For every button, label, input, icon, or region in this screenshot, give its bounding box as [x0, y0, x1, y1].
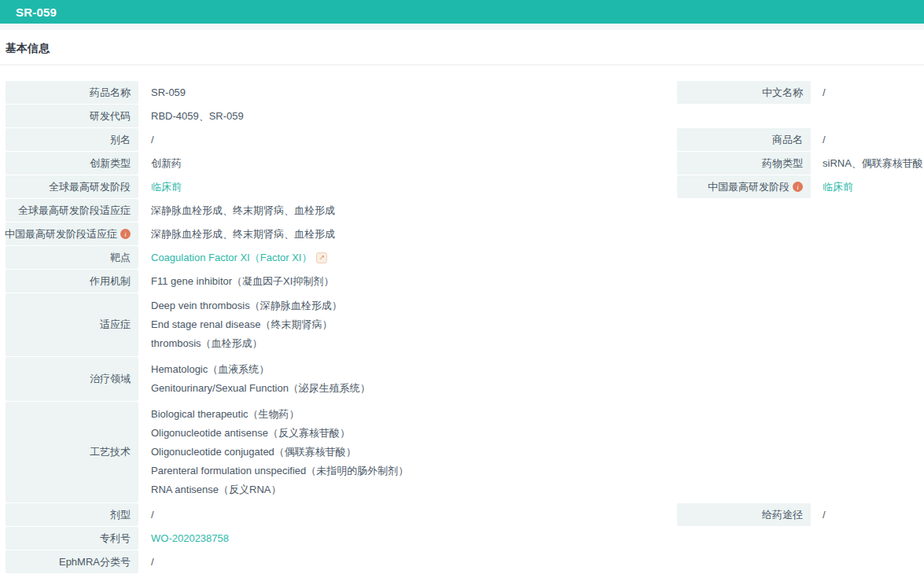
page-header: SR-059 — [0, 0, 924, 24]
field-value-line: thrombosis（血栓形成） — [151, 334, 263, 353]
field-label: 中国最高研发阶段适应症 — [5, 227, 117, 241]
field-label: 全球最高研发阶段适应症 — [18, 204, 131, 218]
field-label-cell: 中文名称 — [677, 81, 811, 104]
table-row: 全球最高研发阶段临床前中国最高研发阶段i临床前 — [6, 175, 924, 198]
field-label: 商品名 — [772, 133, 803, 147]
field-value-cell: Deep vein thrombosis（深静脉血栓形成）End stage r… — [138, 293, 924, 356]
field-label-cell: 作用机制 — [6, 270, 138, 293]
table-row: 创新类型创新药药物类型siRNA、偶联寡核苷酸 — [6, 152, 924, 175]
field-value-link[interactable]: WO-2020238758 — [151, 532, 229, 544]
table-row: 剂型/给药途径/ — [6, 503, 924, 526]
field-label: 工艺技术 — [90, 445, 131, 459]
field-value-line: Biological therapeutic（生物药） — [151, 405, 300, 424]
table-row: EphMRA分类号/ — [6, 550, 924, 573]
table-row: 工艺技术Biological therapeutic（生物药）Oligonucl… — [6, 402, 924, 502]
field-label-cell: 剂型 — [6, 503, 138, 526]
field-label: 研发代码 — [90, 109, 131, 123]
field-label-cell: 创新类型 — [6, 152, 138, 175]
field-label: 剂型 — [110, 508, 131, 522]
field-value-line: Oligonucleotide conjugated（偶联寡核苷酸） — [151, 443, 356, 462]
field-label-cell: 药物类型 — [677, 152, 811, 175]
field-label-cell: 商品名 — [677, 128, 811, 151]
field-value: / — [151, 509, 154, 521]
table-row: 全球最高研发阶段适应症深静脉血栓形成、终末期肾病、血栓形成 — [6, 199, 924, 222]
field-value-cell: 深静脉血栓形成、终末期肾病、血栓形成 — [138, 199, 924, 222]
field-value: / — [151, 556, 154, 568]
table-row: 专利号WO-2020238758 — [6, 527, 924, 550]
field-label: 中文名称 — [762, 86, 803, 100]
field-value-cell: Coagulation Factor XI（Factor XI）↗ — [138, 246, 924, 269]
field-value-cell: 临床前 — [811, 175, 924, 198]
field-value-cell: WO-2020238758 — [138, 527, 924, 550]
field-label-cell: 靶点 — [6, 246, 138, 269]
field-label-cell: 中国最高研发阶段i — [677, 175, 811, 198]
field-label-cell: 给药途径 — [677, 503, 811, 526]
field-value: 深静脉血栓形成、终末期肾病、血栓形成 — [151, 204, 335, 218]
table-row: 研发代码RBD-4059、SR-059 — [6, 105, 924, 127]
field-label-cell: 全球最高研发阶段 — [6, 175, 138, 198]
field-value-cell: 创新药 — [138, 152, 677, 175]
table-row: 适应症Deep vein thrombosis（深静脉血栓形成）End stag… — [6, 293, 924, 356]
field-value-line: End stage renal disease（终末期肾病） — [151, 315, 332, 334]
field-label-cell: 药品名称 — [6, 81, 138, 104]
field-value: siRNA、偶联寡核苷酸 — [823, 156, 923, 171]
field-value-cell: F11 gene inhibitor（凝血因子XI抑制剂） — [138, 270, 924, 293]
field-value-cell: SR-059 — [138, 81, 677, 104]
field-label: 创新类型 — [90, 156, 131, 171]
table-row: 中国最高研发阶段适应症i深静脉血栓形成、终末期肾病、血栓形成 — [6, 223, 924, 245]
info-icon[interactable]: i — [793, 182, 803, 192]
field-label-cell: 工艺技术 — [6, 402, 138, 502]
section-divider — [0, 64, 924, 65]
field-label-cell: 适应症 — [6, 293, 138, 356]
basic-info-table: 药品名称SR-059中文名称/研发代码RBD-4059、SR-059别名/商品名… — [6, 81, 924, 573]
field-label-cell: 全球最高研发阶段适应症 — [6, 199, 138, 222]
field-value-cell: / — [138, 503, 677, 526]
field-value: / — [823, 134, 826, 145]
field-label: 给药途径 — [762, 508, 803, 522]
field-value-cell: 临床前 — [138, 175, 677, 198]
field-label-cell: 研发代码 — [6, 105, 138, 127]
field-value-line: Deep vein thrombosis（深静脉血栓形成） — [151, 296, 342, 315]
field-label: 药物类型 — [762, 156, 803, 171]
field-value: 创新药 — [151, 156, 182, 171]
table-row: 药品名称SR-059中文名称/ — [6, 81, 924, 104]
field-value-cell: Hematologic（血液系统）Genitourinary/Sexual Fu… — [138, 357, 924, 401]
field-value-cell: / — [811, 503, 924, 526]
field-value-line: Hematologic（血液系统） — [151, 360, 269, 379]
field-value: F11 gene inhibitor（凝血因子XI抑制剂） — [151, 274, 333, 289]
field-label-cell: 别名 — [6, 128, 138, 151]
page-title: SR-059 — [16, 6, 57, 19]
field-label-cell: 专利号 — [6, 527, 138, 550]
field-value-cell: / — [811, 128, 924, 151]
field-label: 靶点 — [110, 251, 131, 265]
field-value-cell: / — [138, 550, 924, 573]
field-value: RBD-4059、SR-059 — [151, 109, 244, 123]
field-value-link[interactable]: 临床前 — [823, 180, 853, 194]
section-title-basic-info: 基本信息 — [6, 42, 918, 56]
field-value: 深静脉血栓形成、终末期肾病、血栓形成 — [151, 227, 335, 241]
external-link-icon[interactable]: ↗ — [316, 252, 327, 263]
field-value-line: RNA antisense（反义RNA） — [151, 480, 281, 499]
field-value-cell: RBD-4059、SR-059 — [138, 105, 924, 127]
field-value-line: Oligonucleotide antisense（反义寡核苷酸） — [151, 424, 350, 443]
field-label: 别名 — [110, 133, 131, 147]
info-icon[interactable]: i — [120, 229, 131, 239]
field-value-cell: / — [138, 128, 677, 151]
field-label: 全球最高研发阶段 — [49, 180, 131, 194]
field-value-link[interactable]: 临床前 — [151, 180, 182, 194]
table-row: 治疗领域Hematologic（血液系统）Genitourinary/Sexua… — [6, 357, 924, 401]
field-label: 适应症 — [100, 318, 131, 332]
field-value-line: Parenteral formulation unspecified（未指明的肠… — [151, 462, 408, 480]
field-value: / — [823, 509, 826, 521]
field-label: 中国最高研发阶段 — [708, 180, 790, 194]
field-value-link[interactable]: Coagulation Factor XI（Factor XI） — [151, 251, 311, 265]
field-label: 药品名称 — [90, 86, 131, 100]
table-row: 作用机制F11 gene inhibitor（凝血因子XI抑制剂） — [6, 270, 924, 293]
field-label-cell: 中国最高研发阶段适应症i — [6, 223, 138, 245]
field-value-cell: 深静脉血栓形成、终末期肾病、血栓形成 — [138, 223, 924, 245]
field-label: 作用机制 — [90, 274, 131, 289]
field-label: 治疗领域 — [90, 372, 131, 386]
field-value-cell: siRNA、偶联寡核苷酸 — [811, 152, 924, 175]
field-label: 专利号 — [100, 532, 131, 546]
header-divider-strip — [0, 24, 924, 30]
